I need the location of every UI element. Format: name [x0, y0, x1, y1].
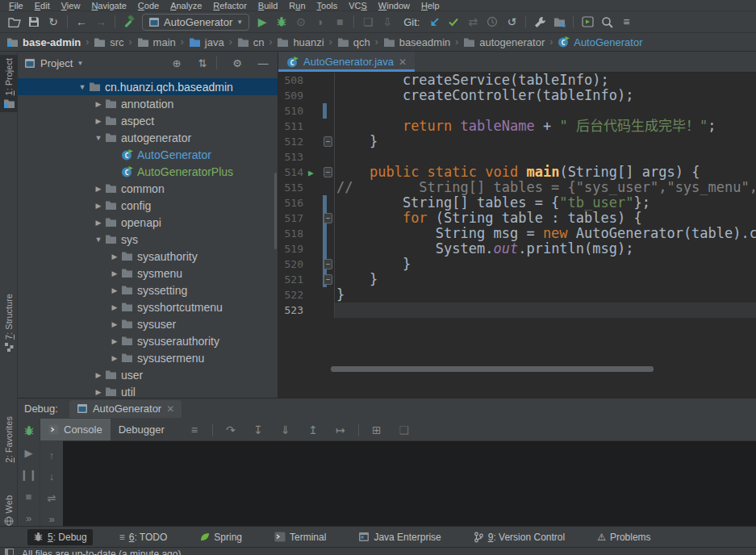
- expand-arrow-icon[interactable]: ▶: [93, 100, 104, 108]
- tool-window-button-todo[interactable]: ≡6: TODO: [114, 529, 173, 545]
- evaluate-expression-icon[interactable]: ⊞: [368, 421, 386, 439]
- project-panel-title[interactable]: Project: [40, 57, 73, 69]
- fold-marker-icon[interactable]: −: [324, 274, 332, 285]
- mute-breakpoints-icon[interactable]: ⇌: [43, 491, 61, 505]
- more-icon[interactable]: »: [43, 513, 61, 527]
- run-anything-icon[interactable]: [578, 13, 596, 31]
- menu-file[interactable]: File: [3, 1, 29, 10]
- code-line[interactable]: 522 }: [278, 287, 756, 303]
- code-line[interactable]: 509 createController(tableInfo);: [278, 88, 756, 103]
- code-editor[interactable]: 508 createService(tableInfo); 509 create…: [278, 73, 756, 398]
- menu-edit[interactable]: Edit: [29, 1, 56, 10]
- tool-window-button-debug[interactable]: 5: Debug: [27, 529, 93, 545]
- editor-gutter[interactable]: 515: [278, 180, 335, 195]
- menu-run[interactable]: Run: [283, 1, 311, 10]
- tree-row[interactable]: ▼ sys: [18, 231, 278, 248]
- tool-window-button-javaenterprise[interactable]: Java Enterprise: [353, 529, 446, 545]
- editor-gutter[interactable]: 514 ▶ −: [278, 165, 335, 180]
- step-into-icon[interactable]: ↧: [249, 421, 267, 439]
- code-line[interactable]: 518 String msg = new AutoGenerator(table…: [278, 226, 756, 241]
- editor-gutter[interactable]: 509: [278, 88, 335, 103]
- tree-scrollbar[interactable]: [274, 173, 277, 249]
- down-stack-icon[interactable]: ↓: [43, 470, 61, 484]
- run-to-cursor-icon[interactable]: ↦: [332, 421, 349, 439]
- commit-icon[interactable]: [445, 13, 462, 31]
- editor-tab[interactable]: C AutoGenerator.java ✕: [278, 52, 415, 72]
- tree-row[interactable]: ▶ sysmenu: [18, 265, 278, 282]
- code-line[interactable]: 517 − for (String table : tables) {: [278, 211, 756, 226]
- step-over-icon[interactable]: ↷: [222, 421, 240, 439]
- tree-row[interactable]: ▶ sysuserauthority: [18, 332, 278, 349]
- code-line[interactable]: 523: [278, 303, 756, 318]
- code-line[interactable]: 519 System.out.println(msg);: [278, 241, 756, 257]
- tree-row[interactable]: ▶ user: [18, 366, 278, 383]
- editor-gutter[interactable]: 508: [278, 73, 335, 88]
- editor-gutter[interactable]: 518: [278, 226, 335, 241]
- menu-tools[interactable]: Tools: [311, 1, 344, 10]
- tool-window-toggle-icon[interactable]: [5, 549, 14, 555]
- tree-row[interactable]: ▶ openapi: [18, 214, 278, 231]
- settings-repository-icon[interactable]: ≡: [617, 13, 635, 31]
- collapse-all-icon[interactable]: ⇅: [194, 54, 211, 72]
- menu-analyze[interactable]: Analyze: [165, 1, 207, 10]
- expand-arrow-icon[interactable]: ▶: [109, 303, 120, 311]
- breadcrumb-item[interactable]: base-admin: [6, 36, 81, 48]
- compare-icon[interactable]: ⇄: [464, 13, 482, 31]
- breadcrumb-item[interactable]: src: [94, 36, 123, 48]
- expand-arrow-icon[interactable]: ▶: [109, 354, 120, 362]
- tab-debugger[interactable]: Debugger: [111, 419, 173, 440]
- profiler-icon[interactable]: ◗: [311, 13, 329, 31]
- menu-vcs[interactable]: VCS: [343, 1, 373, 10]
- tree-row[interactable]: ▶ sysshortcutmenu: [18, 298, 278, 315]
- code-line[interactable]: 520 − }: [278, 257, 756, 272]
- tree-row[interactable]: ▶ aspect: [18, 112, 278, 129]
- locate-icon[interactable]: ⊕: [168, 54, 186, 72]
- restore-layout-icon[interactable]: ❏: [395, 421, 413, 439]
- save-all-icon[interactable]: [25, 13, 43, 31]
- close-icon[interactable]: ✕: [166, 403, 174, 415]
- tool-window-button-problems[interactable]: ⚠Problems: [591, 529, 656, 545]
- fold-marker-icon[interactable]: −: [324, 136, 332, 147]
- stripe-tab-favorites[interactable]: 2: Favorites: [0, 413, 18, 469]
- coverage-icon[interactable]: ⊙: [292, 13, 310, 31]
- editor-gutter[interactable]: 522: [278, 287, 335, 303]
- forward-icon[interactable]: →: [92, 13, 110, 31]
- editor-gutter[interactable]: 511: [278, 119, 335, 134]
- editor-gutter[interactable]: 516: [278, 195, 335, 211]
- expand-arrow-icon[interactable]: ▼: [93, 236, 104, 244]
- rerun-debug-icon[interactable]: [20, 424, 38, 438]
- menu-code[interactable]: Code: [132, 1, 165, 10]
- tree-row[interactable]: ▼ autogenerator: [18, 129, 278, 146]
- resume-icon[interactable]: ▶: [20, 445, 38, 460]
- project-structure-icon[interactable]: [550, 13, 568, 31]
- menu-view[interactable]: View: [56, 1, 86, 10]
- stop-icon[interactable]: ■: [331, 13, 349, 31]
- breadcrumb-item[interactable]: baseadmin: [383, 36, 451, 48]
- layout-menu-icon[interactable]: ≡: [186, 421, 203, 439]
- tree-row[interactable]: ▶ util: [18, 383, 278, 398]
- step-out-icon[interactable]: ↥: [304, 421, 322, 439]
- menu-navigate[interactable]: Navigate: [86, 1, 132, 10]
- editor-gutter[interactable]: 517 −: [278, 211, 335, 226]
- stripe-tab-web[interactable]: Web: [0, 492, 18, 529]
- more-icon[interactable]: »: [20, 511, 38, 526]
- menu-build[interactable]: Build: [253, 1, 283, 10]
- expand-arrow-icon[interactable]: ▶: [109, 286, 120, 294]
- editor-gutter[interactable]: 510: [278, 103, 335, 119]
- settings-icon[interactable]: ⚙: [228, 54, 246, 72]
- run-configuration-combo[interactable]: AutoGenerator ▼: [142, 14, 249, 31]
- tree-row[interactable]: ▶ annotation: [18, 95, 278, 112]
- tree-row[interactable]: ▼ cn.huanzi.qch.baseadmin: [18, 78, 278, 95]
- editor-gutter[interactable]: 519: [278, 241, 335, 257]
- tool-window-button-terminal[interactable]: Terminal: [269, 529, 332, 545]
- tab-console[interactable]: Console: [40, 419, 111, 440]
- open-folder-icon[interactable]: [6, 13, 23, 31]
- menu-refactor[interactable]: Refactor: [207, 1, 253, 10]
- code-line[interactable]: 521 − }: [278, 272, 756, 287]
- expand-arrow-icon[interactable]: ▶: [109, 252, 120, 261]
- back-icon[interactable]: ←: [73, 13, 90, 31]
- synchronize-icon[interactable]: ↻: [44, 13, 62, 31]
- debug-icon[interactable]: [273, 13, 290, 31]
- tree-row[interactable]: C AutoGenerator: [18, 146, 278, 163]
- editor-gutter[interactable]: 520 −: [278, 257, 335, 272]
